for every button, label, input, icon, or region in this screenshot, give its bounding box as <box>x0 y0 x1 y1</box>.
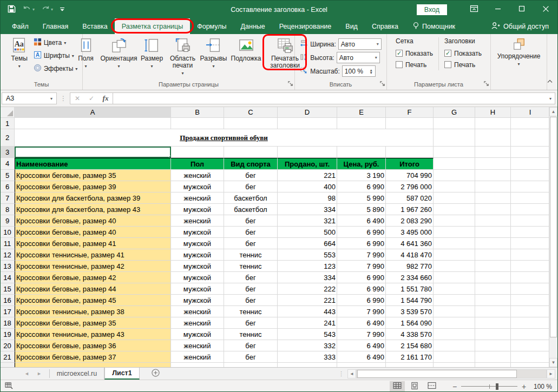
fonts-button[interactable]: AШрифты▾ <box>34 50 78 61</box>
share-button[interactable]: Общий доступ <box>491 18 557 34</box>
cell[interactable] <box>511 129 550 147</box>
cell[interactable]: бег <box>224 170 278 181</box>
horizontal-scroll-track[interactable] <box>356 369 547 378</box>
cell[interactable]: 332 <box>278 340 337 351</box>
cell[interactable] <box>475 340 511 351</box>
cell[interactable] <box>386 118 434 129</box>
cell[interactable] <box>434 306 475 317</box>
cell[interactable]: 7 990 <box>337 249 386 261</box>
cell[interactable] <box>511 192 550 204</box>
cell[interactable] <box>434 238 475 249</box>
row-header-15[interactable]: 15 <box>1 283 15 295</box>
row-header-17[interactable]: 17 <box>1 306 15 317</box>
cell[interactable] <box>511 215 550 227</box>
cell[interactable]: Кроссовки беговые, размер 40 <box>15 215 171 227</box>
cell[interactable] <box>475 306 511 317</box>
row-header-19[interactable]: 19 <box>1 329 15 340</box>
cell[interactable]: 5 890 <box>337 204 386 215</box>
cell[interactable] <box>434 118 475 129</box>
tab-page-layout[interactable]: Разметка страницы <box>115 18 190 34</box>
cell[interactable]: 2 334 660 <box>386 272 434 283</box>
tab-help[interactable]: Справка <box>365 18 405 34</box>
cell[interactable]: 5 990 <box>337 192 386 204</box>
tab-formulas[interactable]: Формулы <box>190 18 233 34</box>
dialog-launcher-icon[interactable] <box>379 80 385 88</box>
cell[interactable]: 123 <box>278 261 337 272</box>
cell[interactable]: женский <box>171 317 224 329</box>
cell[interactable]: Кроссовки для баскетбола, размер 43 <box>15 204 171 215</box>
row-header-22[interactable] <box>1 363 15 367</box>
cell[interactable]: 333 <box>278 351 337 363</box>
cell[interactable]: 7 990 <box>337 329 386 340</box>
sheet-title-cell[interactable]: Продажи спортивной обуви <box>15 129 434 147</box>
cell[interactable]: теннис <box>224 249 278 261</box>
cell[interactable] <box>278 363 337 367</box>
cell[interactable] <box>475 363 511 367</box>
formula-bar-expand-icon[interactable]: ▾ <box>549 96 552 101</box>
cell[interactable] <box>434 351 475 363</box>
cell[interactable] <box>475 215 511 227</box>
cell[interactable]: 4 338 570 <box>386 329 434 340</box>
cell[interactable] <box>434 204 475 215</box>
scrollbar-resize-handle[interactable]: ⋮ <box>335 370 347 377</box>
table-header-cell[interactable]: Пол <box>171 158 224 170</box>
cell[interactable] <box>278 118 337 129</box>
scroll-down-icon[interactable]: ▼ <box>549 358 557 367</box>
cell[interactable] <box>434 340 475 351</box>
cell[interactable]: мужской <box>171 329 224 340</box>
cell[interactable]: бег <box>224 351 278 363</box>
name-box[interactable]: A3 ▾ <box>2 92 57 104</box>
breaks-button[interactable]: Разрывы▾ <box>200 35 228 70</box>
colors-button[interactable]: Цвета▾ <box>34 37 78 48</box>
cell[interactable]: мужской <box>171 204 224 215</box>
cell[interactable]: 3 539 570 <box>386 306 434 317</box>
scale-input[interactable]: 100 %▲▼ <box>342 65 376 77</box>
margins-button[interactable]: Поля▾ <box>72 35 100 70</box>
cell[interactable] <box>15 363 171 367</box>
cell[interactable] <box>511 295 550 306</box>
cell[interactable] <box>475 261 511 272</box>
cell[interactable] <box>337 363 386 367</box>
size-button[interactable]: Размер▾ <box>138 35 166 70</box>
cell[interactable] <box>475 227 511 238</box>
cell[interactable]: 1 967 260 <box>386 204 434 215</box>
row-header-7[interactable]: 7 <box>1 192 15 204</box>
column-header-H[interactable]: H <box>475 107 511 118</box>
cell[interactable] <box>475 249 511 261</box>
cell[interactable]: 221 <box>278 170 337 181</box>
cell[interactable]: 4 641 360 <box>386 238 434 249</box>
horizontal-scrollbar[interactable]: ⋮ ◄ ► <box>335 368 557 380</box>
cell[interactable] <box>434 283 475 295</box>
table-header-cell[interactable]: Наименование <box>15 158 171 170</box>
sheet-tab-microexcel-ru[interactable]: microexcel.ru <box>50 368 104 380</box>
column-header-C[interactable]: C <box>224 107 278 118</box>
cell[interactable]: 98 <box>278 192 337 204</box>
cell[interactable]: 500 <box>278 227 337 238</box>
cell[interactable] <box>511 204 550 215</box>
insert-function-icon[interactable]: fx <box>99 94 113 103</box>
zoom-out-icon[interactable]: − <box>451 382 458 391</box>
cell[interactable]: бег <box>224 272 278 283</box>
cell[interactable]: бег <box>224 238 278 249</box>
cell[interactable]: 3 495 000 <box>386 227 434 238</box>
cell[interactable]: 6 990 <box>337 181 386 192</box>
cancel-icon[interactable]: ✕ <box>70 95 84 102</box>
cell[interactable]: баскетбол <box>224 204 278 215</box>
zoom-level[interactable]: 100 % <box>529 383 552 390</box>
cell[interactable] <box>475 204 511 215</box>
cell[interactable] <box>386 147 434 158</box>
cell[interactable]: Кроссовки для баскетбола, размер 39 <box>15 192 171 204</box>
cell[interactable]: 1 564 090 <box>386 317 434 329</box>
column-header-G[interactable]: G <box>434 107 475 118</box>
cell[interactable]: мужской <box>171 249 224 261</box>
horizontal-scroll-thumb[interactable] <box>357 370 517 378</box>
cell[interactable]: 4 418 470 <box>386 249 434 261</box>
orientation-button[interactable]: Ориентация▾ <box>100 35 138 70</box>
cell[interactable]: 6 490 <box>337 351 386 363</box>
tab-review[interactable]: Рецензирование <box>272 18 339 34</box>
cell[interactable]: мужской <box>171 227 224 238</box>
cell[interactable]: 3 190 <box>337 170 386 181</box>
cell[interactable]: 6 490 <box>337 340 386 351</box>
cell[interactable] <box>511 181 550 192</box>
row-header-9[interactable]: 9 <box>1 215 15 227</box>
